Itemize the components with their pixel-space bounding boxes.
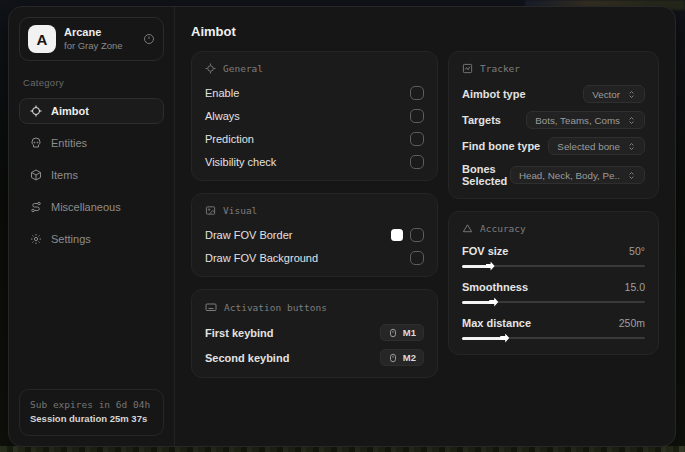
visual-card: Visual Draw FOV Border Draw FOV Backgrou… — [191, 193, 438, 277]
prediction-checkbox[interactable] — [410, 132, 424, 146]
sidebar-item-aimbot[interactable]: Aimbot — [19, 98, 164, 124]
keybind-value: M1 — [403, 327, 416, 338]
sidebar-item-entities[interactable]: Entities — [19, 130, 164, 156]
crosshair-icon — [205, 63, 216, 74]
setting-row-fov-size: FOV size 50° — [462, 245, 645, 271]
app-name: Arcane — [64, 26, 135, 40]
sidebar-item-items[interactable]: Items — [19, 162, 164, 188]
skull-icon — [29, 137, 42, 149]
route-icon — [29, 201, 42, 213]
keyboard-icon — [205, 301, 217, 313]
setting-row-find-bone-type: Find bone type Selected bone — [462, 137, 645, 155]
setting-label: Find bone type — [462, 140, 540, 152]
crosshair-icon — [29, 105, 42, 117]
app-logo: A — [28, 25, 56, 53]
draw-fov-border-checkbox[interactable] — [410, 228, 424, 242]
gear-icon — [29, 233, 42, 245]
setting-row-prediction: Prediction — [205, 131, 424, 146]
mouse-icon — [388, 328, 398, 338]
second-keybind-button[interactable]: M2 — [380, 349, 424, 366]
setting-row-max-distance: Max distance 250m — [462, 317, 645, 343]
card-title: General — [223, 63, 263, 74]
setting-label: Smoothness — [462, 281, 528, 293]
app-window: A Arcane for Gray Zone Category Aimbot — [8, 6, 676, 447]
unfold-icon — [627, 116, 636, 125]
select-value: Bots, Teams, Coms — [535, 115, 620, 126]
card-title: Activation buttons — [224, 302, 327, 313]
setting-row-always: Always — [205, 108, 424, 123]
slider-value: 50° — [629, 245, 645, 257]
first-keybind-button[interactable]: M1 — [380, 324, 424, 341]
card-title: Accuracy — [480, 223, 526, 234]
cube-icon — [29, 169, 42, 181]
sidebar-item-label: Miscellaneous — [51, 201, 121, 213]
smoothness-slider[interactable] — [462, 297, 645, 307]
slider-thumb[interactable] — [486, 262, 495, 271]
sidebar-item-label: Entities — [51, 137, 87, 149]
setting-row-draw-fov-border: Draw FOV Border — [205, 227, 424, 242]
mouse-icon — [388, 353, 398, 363]
find-bone-type-select[interactable]: Selected bone — [548, 137, 645, 155]
card-title: Tracker — [480, 63, 520, 74]
aimbot-type-select[interactable]: Vector — [583, 85, 645, 103]
setting-label: Prediction — [205, 133, 254, 145]
category-label: Category — [23, 77, 160, 88]
select-value: Vector — [592, 89, 620, 100]
select-value: Head, Neck, Body, Pe.. — [519, 170, 620, 181]
setting-label: Always — [205, 110, 240, 122]
sidebar-item-miscellaneous[interactable]: Miscellaneous — [19, 194, 164, 220]
bones-selected-select[interactable]: Head, Neck, Body, Pe.. — [510, 166, 645, 184]
setting-label: First keybind — [205, 327, 273, 339]
sub-expires-text: Sub expires in 6d 04h — [30, 398, 153, 413]
setting-row-first-keybind: First keybind M1 — [205, 324, 424, 341]
setting-label: Targets — [462, 114, 501, 126]
subscription-info: Sub expires in 6d 04h Session duration 2… — [19, 389, 164, 436]
always-checkbox[interactable] — [410, 109, 424, 123]
setting-label: Bones Selected — [462, 163, 510, 187]
setting-row-aimbot-type: Aimbot type Vector — [462, 85, 645, 103]
draw-fov-background-checkbox[interactable] — [410, 251, 424, 265]
setting-row-second-keybind: Second keybind M2 — [205, 349, 424, 366]
max-distance-slider[interactable] — [462, 333, 645, 343]
sidebar: A Arcane for Gray Zone Category Aimbot — [9, 7, 175, 446]
slider-value: 250m — [619, 317, 645, 329]
power-icon[interactable] — [143, 33, 155, 45]
keybind-value: M2 — [403, 352, 416, 363]
setting-row-targets: Targets Bots, Teams, Coms — [462, 111, 645, 129]
sidebar-item-label: Settings — [51, 233, 91, 245]
setting-label: Max distance — [462, 317, 531, 329]
session-duration-text: Session duration 25m 37s — [30, 412, 153, 427]
targets-select[interactable]: Bots, Teams, Coms — [526, 111, 645, 129]
setting-row-bones-selected: Bones Selected Head, Neck, Body, Pe.. — [462, 163, 645, 187]
page-title: Aimbot — [191, 24, 659, 39]
color-swatch[interactable] — [391, 229, 403, 241]
main-content: Aimbot General Enable Alw — [175, 7, 675, 446]
slider-thumb[interactable] — [489, 298, 498, 307]
tracker-card: Tracker Aimbot type Vector Targets — [448, 51, 659, 199]
unfold-icon — [627, 142, 636, 151]
setting-label: Draw FOV Border — [205, 229, 292, 241]
visibility-check-checkbox[interactable] — [410, 155, 424, 169]
setting-label: Enable — [205, 87, 239, 99]
accuracy-icon — [462, 223, 473, 234]
tracker-icon — [462, 63, 473, 74]
select-value: Selected bone — [557, 141, 620, 152]
fov-size-slider[interactable] — [462, 261, 645, 271]
setting-row-draw-fov-background: Draw FOV Background — [205, 250, 424, 265]
unfold-icon — [627, 171, 636, 180]
accuracy-card: Accuracy FOV size 50° — [448, 211, 659, 355]
setting-label: Aimbot type — [462, 88, 526, 100]
sidebar-nav: Aimbot Entities Items Miscellaneous — [19, 98, 164, 252]
sidebar-item-settings[interactable]: Settings — [19, 226, 164, 252]
setting-label: Draw FOV Background — [205, 252, 318, 264]
setting-row-smoothness: Smoothness 15.0 — [462, 281, 645, 307]
enable-checkbox[interactable] — [410, 86, 424, 100]
setting-label: Second keybind — [205, 352, 289, 364]
sidebar-header: A Arcane for Gray Zone — [19, 17, 164, 61]
setting-label: Visibility check — [205, 156, 276, 168]
app-subtitle: for Gray Zone — [64, 40, 135, 52]
setting-row-visibility-check: Visibility check — [205, 154, 424, 169]
card-title: Visual — [223, 205, 257, 216]
slider-thumb[interactable] — [500, 334, 509, 343]
general-card: General Enable Always Prediction — [191, 51, 438, 181]
